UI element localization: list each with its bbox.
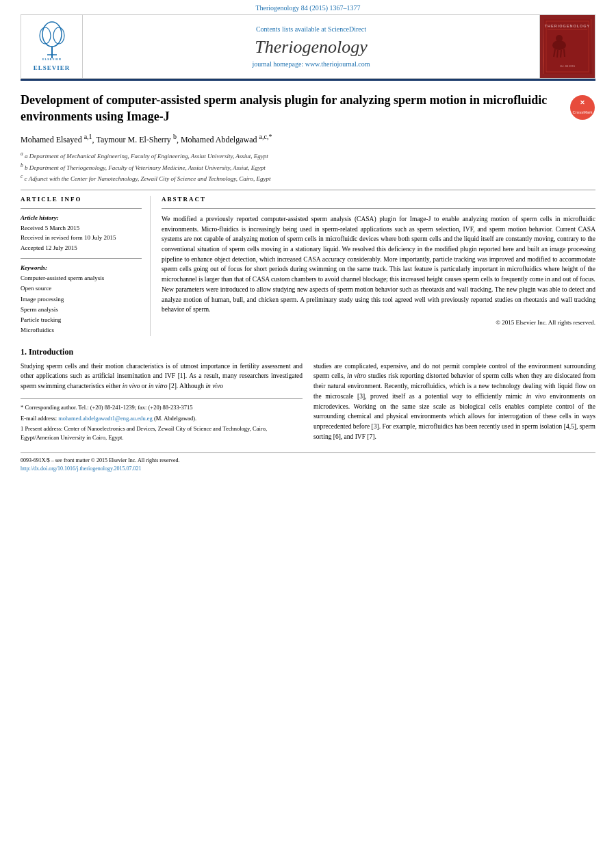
divider <box>21 190 595 190</box>
sciencedirect-link: Contents lists available at ScienceDirec… <box>256 25 366 33</box>
introduction-section: 1. Introduction Studying sperm cells and… <box>21 347 595 446</box>
footnotes: * Corresponding author. Tel.: (+20) 88-2… <box>21 398 303 442</box>
svg-text:ELSEVIER: ELSEVIER <box>42 58 62 61</box>
article-title: Development of computer-assisted sperm a… <box>21 92 563 125</box>
journal-cover-image: THERIOGENOLOGY Vol. 84 2015 <box>543 19 591 74</box>
authors: Mohamed Elsayed a,1, Taymour M. El-Sherr… <box>21 131 595 146</box>
journal-info: Contents lists available at ScienceDirec… <box>83 15 540 78</box>
svg-text:CrossMark: CrossMark <box>572 110 593 114</box>
bottom-bar: 0093-691X/$ – see front matter © 2015 El… <box>21 452 595 473</box>
journal-citation: Theriogenology 84 (2015) 1367–1377 <box>0 0 616 14</box>
intro-left-text: Studying sperm cells and their motion ch… <box>21 361 303 392</box>
divider4 <box>162 208 595 209</box>
article-content: Development of computer-assisted sperm a… <box>21 81 595 474</box>
svg-text:✕: ✕ <box>580 99 585 106</box>
footnote-corresponding: * Corresponding author. Tel.: (+20) 88-2… <box>21 403 303 412</box>
svg-text:Vol. 84 2015: Vol. 84 2015 <box>560 64 576 68</box>
footnote-1: 1 Present address: Center of Nanoelectro… <box>21 424 303 442</box>
svg-rect-10 <box>548 29 587 30</box>
elsevier-text: ELSEVIER <box>34 64 70 73</box>
footnote-email: E-mail address: mohamed.abdelgawadt1@eng… <box>21 414 303 423</box>
abstract-heading: ABSTRACT <box>162 196 595 203</box>
svg-point-11 <box>552 40 566 50</box>
journal-homepage: journal homepage: www.theriojournal.com <box>252 60 370 68</box>
info-abstract-section: ARTICLE INFO Article history: Received 5… <box>21 196 595 336</box>
introduction-body: Studying sperm cells and their motion ch… <box>21 361 595 446</box>
abstract-col: ABSTRACT We modified a previously report… <box>162 196 595 336</box>
article-info-col: ARTICLE INFO Article history: Received 5… <box>21 196 151 336</box>
svg-line-14 <box>557 50 558 58</box>
journal-cover: THERIOGENOLOGY Vol. 84 2015 <box>540 15 595 78</box>
intro-right: studies are complicated, expensive, and … <box>313 361 595 446</box>
crossmark-logo: ✕ CrossMark <box>569 94 595 120</box>
svg-line-15 <box>561 50 561 58</box>
article-title-section: Development of computer-assisted sperm a… <box>21 92 595 125</box>
keywords-list: Computer-assisted sperm analysis Open so… <box>21 273 142 336</box>
intro-left: Studying sperm cells and their motion ch… <box>21 361 303 446</box>
journal-title: Theriogenology <box>255 37 368 58</box>
article-history-label: Article history: <box>21 214 142 221</box>
article-info-heading: ARTICLE INFO <box>21 196 142 203</box>
introduction-title: 1. Introduction <box>21 347 595 357</box>
affiliations: a a Department of Mechanical Engineering… <box>21 150 595 184</box>
article-dates: Received 5 March 2015 Received in revise… <box>21 223 142 253</box>
journal-header: ELSEVIER ELSEVIER Contents lists availab… <box>21 14 595 79</box>
svg-line-16 <box>564 49 565 57</box>
svg-text:THERIOGENOLOGY: THERIOGENOLOGY <box>545 24 591 28</box>
divider3 <box>21 258 142 259</box>
intro-right-text: studies are complicated, expensive, and … <box>313 361 595 442</box>
abstract-text: We modified a previously reported comput… <box>162 214 595 315</box>
divider2 <box>21 208 142 209</box>
keywords-label: Keywords: <box>21 264 142 271</box>
bottom-info: 0093-691X/$ – see front matter © 2015 El… <box>21 457 179 473</box>
elsevier-logo-area: ELSEVIER ELSEVIER <box>21 15 83 78</box>
copyright: © 2015 Elsevier Inc. All rights reserved… <box>162 319 595 326</box>
svg-point-12 <box>556 35 563 42</box>
